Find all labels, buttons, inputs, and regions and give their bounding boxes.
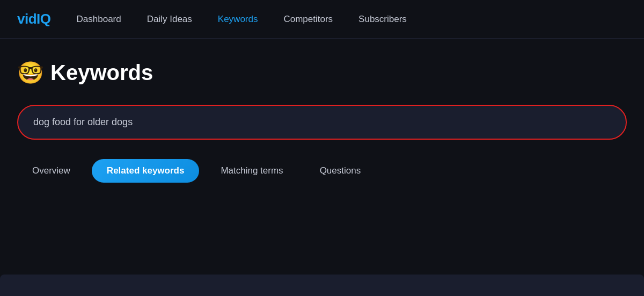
nav-link-competitors[interactable]: Competitors: [283, 14, 333, 24]
nav-item-dashboard[interactable]: Dashboard: [77, 14, 121, 25]
page-title-section: 🤓 Keywords: [17, 60, 627, 85]
nav-link-dashboard[interactable]: Dashboard: [77, 14, 121, 24]
tab-questions[interactable]: Questions: [305, 159, 376, 183]
tab-related-keywords[interactable]: Related keywords: [92, 159, 200, 183]
search-input[interactable]: [17, 105, 627, 140]
logo[interactable]: vidIQ: [17, 11, 51, 27]
page-title-emoji: 🤓: [17, 60, 44, 85]
bottom-bar: [0, 275, 644, 296]
search-container: [17, 105, 627, 140]
logo-text: vidIQ: [17, 11, 51, 27]
nav-links: Dashboard Daily Ideas Keywords Competito…: [77, 14, 407, 25]
nav-link-daily-ideas[interactable]: Daily Ideas: [147, 14, 192, 24]
nav-item-daily-ideas[interactable]: Daily Ideas: [147, 14, 192, 25]
tabs: Overview Related keywords Matching terms…: [17, 159, 627, 183]
logo-text-start: vid: [17, 11, 36, 27]
navbar: vidIQ Dashboard Daily Ideas Keywords Com…: [0, 0, 644, 39]
tab-overview[interactable]: Overview: [17, 159, 85, 183]
nav-link-subscribers[interactable]: Subscribers: [358, 14, 407, 24]
nav-item-subscribers[interactable]: Subscribers: [358, 14, 407, 25]
page-title: Keywords: [50, 61, 153, 85]
nav-link-keywords[interactable]: Keywords: [218, 14, 258, 24]
main-content: 🤓 Keywords Overview Related keywords Mat…: [0, 39, 644, 200]
logo-text-highlight: IQ: [36, 11, 50, 27]
nav-item-keywords[interactable]: Keywords: [218, 14, 258, 25]
tab-matching-terms[interactable]: Matching terms: [206, 159, 298, 183]
nav-item-competitors[interactable]: Competitors: [283, 14, 333, 25]
